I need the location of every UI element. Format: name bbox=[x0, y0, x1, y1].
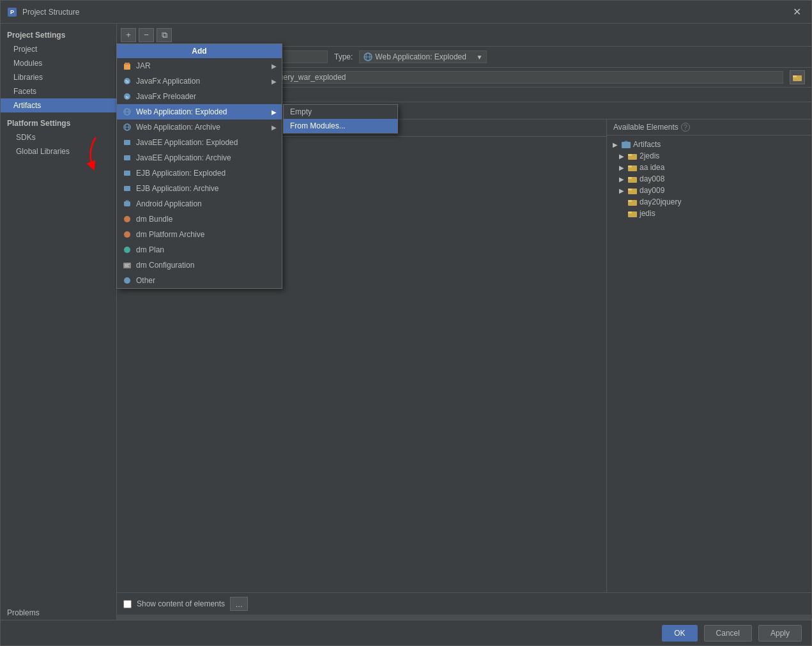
android-app-icon bbox=[122, 199, 132, 209]
show-content-checkbox[interactable] bbox=[123, 600, 132, 608]
javafx-app-icon: fx bbox=[122, 76, 132, 86]
type-dropdown-value: Web Application: Exploded bbox=[375, 52, 466, 61]
dropdown-item-other[interactable]: Other bbox=[117, 273, 282, 288]
svg-rect-18 bbox=[628, 200, 632, 202]
dm-configuration-icon bbox=[122, 260, 132, 270]
svg-rect-16 bbox=[628, 188, 632, 190]
dropdown-label-javafx-preloader: JavaFx Preloader bbox=[136, 92, 196, 101]
window-title: Project Structure bbox=[22, 8, 789, 17]
svg-rect-20 bbox=[628, 211, 632, 213]
avail-item-aa-idea[interactable]: ▶ aa idea bbox=[610, 162, 808, 173]
svg-rect-36 bbox=[124, 186, 130, 191]
cancel-button[interactable]: Cancel bbox=[704, 625, 752, 642]
avail-label-artifacts: Artifacts bbox=[633, 140, 661, 149]
avail-item-day009[interactable]: ▶ day009 bbox=[610, 185, 808, 196]
dropdown-item-web-archive[interactable]: Web Application: Archive ▶ bbox=[117, 119, 282, 135]
svg-rect-10 bbox=[628, 154, 632, 156]
ok-button[interactable]: OK bbox=[662, 625, 697, 642]
main-window: P Project Structure ✕ Project Settings P… bbox=[0, 0, 812, 646]
available-elements-content: ▶ Artifacts ▶ bbox=[607, 135, 811, 592]
sidebar-item-libraries[interactable]: Libraries bbox=[1, 70, 116, 84]
scrollbar[interactable] bbox=[117, 615, 811, 620]
avail-arrow-aa-idea: ▶ bbox=[619, 164, 625, 171]
ejb-exploded-icon bbox=[122, 168, 132, 178]
sidebar-item-global-libraries[interactable]: Global Libraries bbox=[1, 144, 116, 158]
svg-point-47 bbox=[124, 277, 130, 284]
sidebar-item-artifacts[interactable]: Artifacts bbox=[1, 98, 116, 112]
sidebar-item-modules[interactable]: Modules bbox=[1, 56, 116, 70]
svg-rect-37 bbox=[124, 201, 130, 206]
avail-item-artifacts[interactable]: ▶ Artifacts bbox=[610, 139, 808, 150]
svg-point-40 bbox=[124, 216, 130, 222]
add-button[interactable]: + bbox=[121, 28, 136, 42]
avail-item-day20jquery[interactable]: day20jquery bbox=[610, 196, 808, 208]
svg-text:P: P bbox=[10, 9, 14, 15]
dropdown-item-dm-plan[interactable]: dm Plan bbox=[117, 242, 282, 258]
svg-rect-39 bbox=[128, 200, 129, 201]
dropdown-item-javaee-exploded[interactable]: JavaEE Application: Exploded bbox=[117, 135, 282, 150]
dropdown-item-javafx-app[interactable]: fx JavaFx Application ▶ bbox=[117, 73, 282, 89]
avail-label-2jedis: 2jedis bbox=[640, 151, 659, 160]
svg-marker-8 bbox=[624, 141, 629, 142]
dropdown-label-javaee-archive: JavaEE Application: Archive bbox=[136, 153, 231, 162]
sidebar-item-problems[interactable]: Problems bbox=[1, 604, 116, 620]
dropdown-item-dm-configuration[interactable]: dm Configuration bbox=[117, 258, 282, 273]
avail-label-day20jquery: day20jquery bbox=[640, 197, 681, 206]
dropdown-item-ejb-archive[interactable]: EJB Application: Archive bbox=[117, 181, 282, 196]
dropdown-label-dm-platform-archive: dm Platform Archive bbox=[136, 230, 204, 239]
dropdown-label-ejb-exploded: EJB Application: Exploded bbox=[136, 169, 226, 178]
dropdown-label-dm-configuration: dm Configuration bbox=[136, 261, 194, 270]
avail-item-2jedis[interactable]: ▶ 2jedis bbox=[610, 150, 808, 162]
available-elements-panel: Available Elements ? ▶ Artifacts bbox=[607, 119, 811, 592]
javafx-preloader-icon: fx bbox=[122, 91, 132, 102]
help-icon[interactable]: ? bbox=[681, 123, 690, 132]
javaee-exploded-icon bbox=[122, 137, 132, 148]
dropdown-item-dm-bundle[interactable]: dm Bundle bbox=[117, 211, 282, 227]
close-button[interactable]: ✕ bbox=[789, 4, 805, 19]
sidebar-item-project[interactable]: Project bbox=[1, 42, 116, 56]
show-content-label: Show content of elements bbox=[137, 599, 225, 608]
apply-button[interactable]: Apply bbox=[758, 625, 802, 642]
svg-text:fx: fx bbox=[126, 95, 129, 99]
dm-plan-icon bbox=[122, 245, 132, 255]
dropdown-item-android-app[interactable]: Android Application bbox=[117, 196, 282, 211]
copy-button[interactable]: ⧉ bbox=[157, 28, 172, 42]
svg-rect-46 bbox=[125, 266, 129, 267]
svg-rect-14 bbox=[628, 177, 632, 179]
dropdown-label-ejb-archive: EJB Application: Archive bbox=[136, 184, 218, 193]
avail-arrow-artifacts: ▶ bbox=[613, 141, 619, 148]
browse-folder-button[interactable] bbox=[790, 70, 805, 84]
dropdown-item-dm-platform-archive[interactable]: dm Platform Archive bbox=[117, 227, 282, 242]
available-elements-title: Available Elements bbox=[613, 123, 678, 132]
dropdown-item-web-exploded[interactable]: Web Application: Exploded ▶ bbox=[117, 104, 282, 119]
avail-label-aa-idea: aa idea bbox=[640, 163, 664, 172]
dropdown-label-other: Other bbox=[136, 276, 155, 285]
remove-button[interactable]: − bbox=[139, 28, 154, 42]
web-exploded-arrow: ▶ bbox=[272, 109, 277, 116]
submenu-item-from-modules[interactable]: From Modules... bbox=[284, 119, 397, 133]
svg-rect-45 bbox=[125, 265, 128, 266]
dropdown-label-android-app: Android Application bbox=[136, 199, 202, 208]
svg-point-41 bbox=[124, 231, 130, 238]
avail-item-jedis[interactable]: jedis bbox=[610, 208, 808, 219]
sidebar-item-facets[interactable]: Facets bbox=[1, 84, 116, 98]
dropdown-item-javaee-archive[interactable]: JavaEE Application: Archive bbox=[117, 150, 282, 165]
avail-arrow-day008: ▶ bbox=[619, 176, 625, 183]
dropdown-item-javafx-preloader[interactable]: fx JavaFx Preloader bbox=[117, 89, 282, 104]
dropdown-item-jar[interactable]: JAR ▶ bbox=[117, 58, 282, 73]
avail-item-day008[interactable]: ▶ day008 bbox=[610, 173, 808, 185]
svg-rect-38 bbox=[126, 200, 127, 201]
submenu-item-empty[interactable]: Empty bbox=[284, 105, 397, 119]
other-icon bbox=[122, 275, 132, 286]
svg-rect-6 bbox=[793, 75, 797, 77]
web-archive-arrow: ▶ bbox=[272, 124, 277, 131]
bottom-area: Show content of elements ... bbox=[117, 592, 811, 615]
dropdown-item-ejb-exploded[interactable]: EJB Application: Exploded bbox=[117, 165, 282, 181]
dropdown-label-web-archive: Web Application: Archive bbox=[136, 123, 220, 132]
svg-rect-35 bbox=[124, 171, 130, 176]
sidebar-item-sdks[interactable]: SDKs bbox=[1, 130, 116, 144]
title-bar: P Project Structure ✕ bbox=[1, 1, 811, 24]
available-elements-header: Available Elements ? bbox=[607, 119, 811, 135]
ellipsis-button[interactable]: ... bbox=[230, 597, 248, 611]
type-dropdown[interactable]: Web Application: Exploded ▼ bbox=[359, 50, 487, 63]
